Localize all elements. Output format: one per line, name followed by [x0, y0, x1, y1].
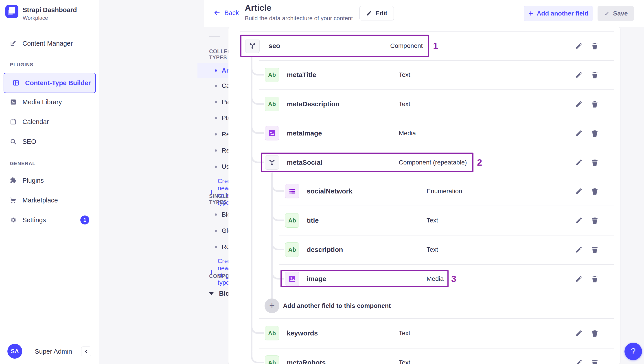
- field-type: Text: [426, 217, 438, 224]
- bullet-icon: [215, 133, 217, 135]
- field-name: metaDescription: [287, 100, 340, 108]
- tree-elbow: [251, 123, 264, 134]
- fields-table-card: seoComponentAbmetaTitleTextAbmetaDescrip…: [228, 27, 620, 364]
- strapi-logo: [6, 5, 18, 18]
- edit-button[interactable]: Edit: [360, 6, 394, 21]
- layout-grid-icon: [12, 80, 19, 86]
- bullet-icon: [215, 117, 217, 119]
- sidebar-item-calendar[interactable]: Calendar: [0, 112, 99, 132]
- calendar-icon: [10, 118, 16, 125]
- field-name: description: [307, 246, 343, 253]
- picture-icon: [10, 99, 16, 105]
- sidebar-item-content-manager[interactable]: Content Manager: [0, 34, 99, 53]
- collapse-sidebar-button[interactable]: [81, 346, 91, 356]
- edit-field-button-meta-description[interactable]: [574, 99, 584, 109]
- delete-field-button-title[interactable]: [590, 216, 600, 225]
- pen-icon: [10, 40, 16, 47]
- field-type: Text: [399, 71, 410, 78]
- page-subtitle: Build the data architecture of your cont…: [245, 15, 353, 22]
- delete-field-button-meta-robots[interactable]: [590, 358, 600, 364]
- tree-elbow: [271, 210, 284, 221]
- tree-elbow: [251, 64, 264, 76]
- help-button[interactable]: ?: [624, 343, 642, 360]
- edit-field-button-seo[interactable]: [574, 41, 584, 51]
- save-label: Save: [613, 10, 628, 17]
- settings-notification-badge: 1: [80, 216, 89, 225]
- row-divider: [259, 119, 614, 119]
- delete-field-button-image[interactable]: [590, 274, 600, 284]
- field-type: Enumeration: [426, 188, 462, 195]
- pencil-icon: [366, 10, 372, 16]
- sidebar-item-label: Calendar: [22, 118, 49, 126]
- delete-field-button-meta-description[interactable]: [590, 99, 600, 109]
- edit-field-button-meta-title[interactable]: [574, 70, 584, 80]
- add-another-field-button[interactable]: + Add another field: [524, 6, 593, 21]
- text-field-icon: Ab: [265, 97, 279, 111]
- add-field-to-component-button[interactable]: +: [264, 298, 279, 313]
- delete-field-button-meta-image[interactable]: [590, 128, 600, 138]
- sidebar-item-label: Content-Type Builder: [25, 79, 91, 87]
- gear-icon: [10, 217, 16, 223]
- delete-field-button-seo[interactable]: [590, 41, 600, 51]
- tree-elbow: [271, 181, 284, 192]
- divider: [0, 339, 99, 339]
- arrow-left-icon: [213, 9, 221, 17]
- field-type: Text: [399, 330, 410, 337]
- table-top-border: [240, 32, 614, 32]
- edit-field-button-meta-image[interactable]: [574, 128, 584, 138]
- delete-field-button-social-network[interactable]: [590, 186, 600, 196]
- group-label: SINGLE TYPES: [209, 193, 229, 205]
- chevron-down-icon: [209, 292, 214, 295]
- edit-field-button-image[interactable]: [574, 274, 584, 284]
- annotation-box-1: [240, 35, 429, 57]
- delete-field-button-description[interactable]: [590, 245, 600, 255]
- edit-field-button-description[interactable]: [574, 245, 584, 255]
- row-divider: [259, 148, 614, 148]
- text-field-icon: Ab: [265, 355, 279, 364]
- edit-field-button-meta-social[interactable]: [574, 157, 584, 167]
- sidebar-item-label: SEO: [22, 138, 36, 145]
- delete-field-button-meta-title[interactable]: [590, 70, 600, 80]
- row-divider: [279, 235, 614, 236]
- sidebar-item-seo[interactable]: SEO: [0, 132, 99, 151]
- sidebar-item-content-type-builder[interactable]: Content-Type Builder: [4, 73, 96, 93]
- sidebar-item-marketplace[interactable]: Marketplace: [0, 190, 99, 210]
- bullet-icon: [215, 230, 217, 232]
- divider: [0, 30, 99, 30]
- user-name: Super Admin: [35, 348, 72, 355]
- edit-field-button-social-network[interactable]: [574, 186, 584, 196]
- delete-field-button-meta-social[interactable]: [590, 157, 600, 167]
- bullet-icon: [215, 85, 217, 87]
- tree-elbow: [271, 239, 284, 250]
- add-field-to-component-label: Add another field to this component: [283, 302, 391, 309]
- tree-elbow: [251, 352, 264, 363]
- edit-field-button-title[interactable]: [574, 216, 584, 225]
- save-button[interactable]: Save: [598, 6, 634, 21]
- row-divider: [279, 206, 614, 206]
- row-divider: [259, 60, 614, 61]
- back-link[interactable]: Back: [213, 9, 239, 17]
- page-header: Back Article Build the data architecture…: [204, 0, 644, 27]
- sidebar-item-media-library[interactable]: Media Library: [0, 92, 99, 112]
- media-field-icon: [265, 126, 279, 140]
- row-divider: [259, 348, 614, 348]
- avatar[interactable]: SA: [8, 344, 22, 358]
- sidebar-item-plugins[interactable]: Plugins: [0, 170, 99, 190]
- field-name: metaImage: [287, 129, 322, 137]
- divider: [209, 36, 220, 37]
- tree-elbow: [251, 323, 264, 334]
- add-field-label: Add another field: [537, 10, 588, 17]
- app-title: Strapi Dashboard: [23, 6, 77, 14]
- edit-field-button-meta-robots[interactable]: [574, 358, 584, 364]
- edit-field-button-keywords[interactable]: [574, 328, 584, 338]
- bullet-icon: [215, 165, 217, 168]
- field-type: Text: [399, 100, 410, 108]
- row-divider: [259, 89, 614, 90]
- puzzle-icon: [10, 177, 16, 184]
- edit-label: Edit: [376, 10, 387, 17]
- delete-field-button-keywords[interactable]: [590, 328, 600, 338]
- check-icon: [604, 11, 610, 17]
- field-type: Media: [399, 130, 416, 137]
- field-type: Text: [426, 246, 438, 253]
- row-divider: [259, 318, 614, 319]
